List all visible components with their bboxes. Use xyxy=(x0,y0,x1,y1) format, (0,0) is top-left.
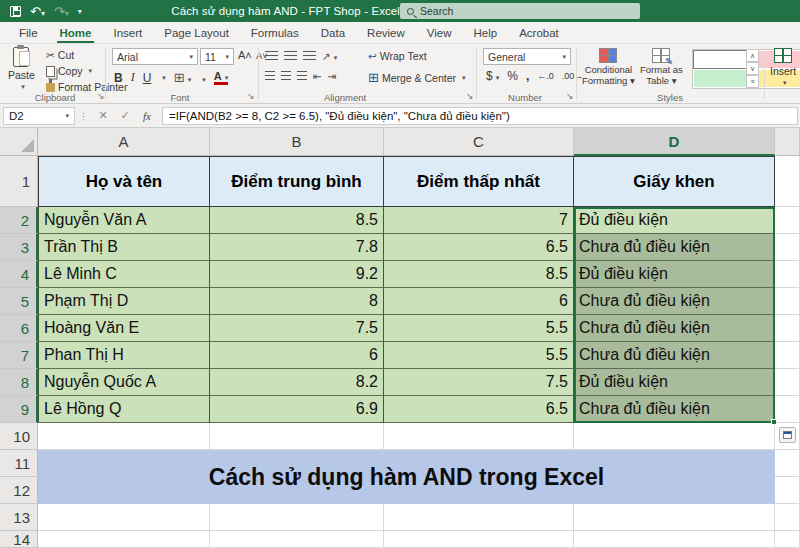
search-box[interactable]: Search xyxy=(400,3,640,19)
cell-d14[interactable] xyxy=(574,531,775,548)
number-dialog-launcher-icon[interactable]: ↘ xyxy=(566,91,574,101)
cell-a14[interactable] xyxy=(38,531,210,548)
cell-c8[interactable]: 7.5 xyxy=(384,369,574,396)
alignment-dialog-launcher-icon[interactable]: ↘ xyxy=(466,91,474,101)
underline-button[interactable]: U xyxy=(143,71,152,85)
font-name-select[interactable]: Arial▾ xyxy=(112,48,198,65)
font-size-select[interactable]: 11▾ xyxy=(200,48,234,65)
cell-a9[interactable]: Lê Hồng Q xyxy=(38,396,210,423)
grow-font-button[interactable]: A˄ xyxy=(238,49,252,61)
align-middle-icon[interactable] xyxy=(284,51,297,61)
cell-c9[interactable]: 6.5 xyxy=(384,396,574,423)
cell-c3[interactable]: 6.5 xyxy=(384,234,574,261)
tab-home[interactable]: Home xyxy=(49,22,103,43)
cell-empty[interactable] xyxy=(775,288,800,315)
cell-empty[interactable] xyxy=(775,369,800,396)
decrease-indent-icon[interactable]: ⇤ xyxy=(313,70,322,82)
insert-cells-button[interactable]: Insert ▾ xyxy=(770,48,796,87)
row-header-8[interactable]: 8 xyxy=(0,369,38,396)
cell-empty[interactable] xyxy=(775,261,800,288)
wrap-text-button[interactable]: ↩ Wrap Text xyxy=(368,50,427,62)
column-header-d[interactable]: D xyxy=(574,128,775,156)
cell-c4[interactable]: 8.5 xyxy=(384,261,574,288)
font-dialog-launcher-icon[interactable]: ↘ xyxy=(247,91,255,101)
cell-c13[interactable] xyxy=(384,504,574,531)
accounting-format-button[interactable]: $▾ xyxy=(486,69,499,83)
cell-empty[interactable] xyxy=(775,504,800,531)
cell-b9[interactable]: 6.9 xyxy=(210,396,384,423)
cell-b13[interactable] xyxy=(210,504,384,531)
cancel-icon[interactable]: ✕ xyxy=(92,109,114,122)
row-header-10[interactable]: 10 xyxy=(0,423,38,450)
row-header-12[interactable]: 12 xyxy=(0,477,38,504)
row-header-9[interactable]: 9 xyxy=(0,396,38,423)
name-box-dropdown-icon[interactable]: ▾ xyxy=(65,112,69,120)
cell-c10[interactable] xyxy=(384,423,574,450)
cell-b10[interactable] xyxy=(210,423,384,450)
cell-b2[interactable]: 8.5 xyxy=(210,207,384,234)
row-header-4[interactable]: 4 xyxy=(0,261,38,288)
format-as-table-button[interactable]: Format asTable ▾ xyxy=(640,48,683,87)
cell-c2[interactable]: 7 xyxy=(384,207,574,234)
increase-indent-icon[interactable]: ⇥ xyxy=(328,70,337,82)
row-header-13[interactable]: 13 xyxy=(0,504,38,531)
cell-b6[interactable]: 7.5 xyxy=(210,315,384,342)
cell-a3[interactable]: Trần Thị B xyxy=(38,234,210,261)
merge-center-button[interactable]: ⊞ Merge & Center▾ xyxy=(368,70,466,85)
cell-a13[interactable] xyxy=(38,504,210,531)
row-header-2[interactable]: 2 xyxy=(0,207,38,234)
number-format-select[interactable]: General▾ xyxy=(483,48,571,65)
row-header-6[interactable]: 6 xyxy=(0,315,38,342)
cell-empty[interactable] xyxy=(775,156,800,207)
cell-a8[interactable]: Nguyễn Quốc A xyxy=(38,369,210,396)
insert-function-icon[interactable]: fx xyxy=(136,110,158,122)
fill-color-button[interactable]: ▾ xyxy=(199,72,206,84)
tab-formulas[interactable]: Formulas xyxy=(240,22,310,43)
column-header-b[interactable]: B xyxy=(210,128,384,156)
cell-b8[interactable]: 8.2 xyxy=(210,369,384,396)
cell-a1[interactable]: Họ và tên xyxy=(38,156,210,207)
italic-button[interactable]: I xyxy=(131,70,135,85)
align-top-icon[interactable] xyxy=(265,51,278,61)
column-header-a[interactable]: A xyxy=(38,128,210,156)
cell-b3[interactable]: 7.8 xyxy=(210,234,384,261)
cell-empty[interactable] xyxy=(775,234,800,261)
tab-page-layout[interactable]: Page Layout xyxy=(153,22,240,43)
comma-style-button[interactable]: , xyxy=(526,69,529,83)
cell-b7[interactable]: 6 xyxy=(210,342,384,369)
align-right-icon[interactable] xyxy=(297,71,307,81)
selection-border[interactable] xyxy=(574,207,775,423)
font-color-button[interactable]: A▾ xyxy=(214,71,228,85)
align-bottom-icon[interactable] xyxy=(303,51,316,61)
cell-empty[interactable] xyxy=(775,315,800,342)
cell-b5[interactable]: 8 xyxy=(210,288,384,315)
cell-empty[interactable] xyxy=(775,207,800,234)
paste-button[interactable]: Paste ▾ xyxy=(8,47,35,91)
cell-b14[interactable] xyxy=(210,531,384,548)
tab-view[interactable]: View xyxy=(416,22,463,43)
align-left-icon[interactable] xyxy=(265,71,275,81)
cell-a4[interactable]: Lê Minh C xyxy=(38,261,210,288)
cell-c1[interactable]: Điểm thấp nhất xyxy=(384,156,574,207)
cell-a2[interactable]: Nguyễn Văn A xyxy=(38,207,210,234)
select-all-button[interactable] xyxy=(0,128,38,156)
styles-scroll-up-icon[interactable]: ∧ xyxy=(746,49,759,62)
cell-empty[interactable] xyxy=(775,342,800,369)
align-center-icon[interactable] xyxy=(281,71,291,81)
cell-empty[interactable] xyxy=(775,477,800,504)
cell-c7[interactable]: 5.5 xyxy=(384,342,574,369)
percent-style-button[interactable]: % xyxy=(507,69,518,83)
tab-acrobat[interactable]: Acrobat xyxy=(508,22,570,43)
cell-d1[interactable]: Giấy khen xyxy=(574,156,775,207)
conditional-formatting-button[interactable]: ConditionalFormatting ▾ xyxy=(582,48,635,87)
cell-c14[interactable] xyxy=(384,531,574,548)
row-header-11[interactable]: 11 xyxy=(0,450,38,477)
styles-more-icon[interactable]: ≡ xyxy=(746,75,759,88)
cell-a5[interactable]: Phạm Thị D xyxy=(38,288,210,315)
decrease-decimal-button[interactable]: .00→ xyxy=(562,71,584,81)
copy-button[interactable]: Copy▾ xyxy=(46,65,92,77)
row-header-5[interactable]: 5 xyxy=(0,288,38,315)
cell-empty[interactable] xyxy=(775,396,800,423)
cell-d10[interactable] xyxy=(574,423,775,450)
cell-d13[interactable] xyxy=(574,504,775,531)
